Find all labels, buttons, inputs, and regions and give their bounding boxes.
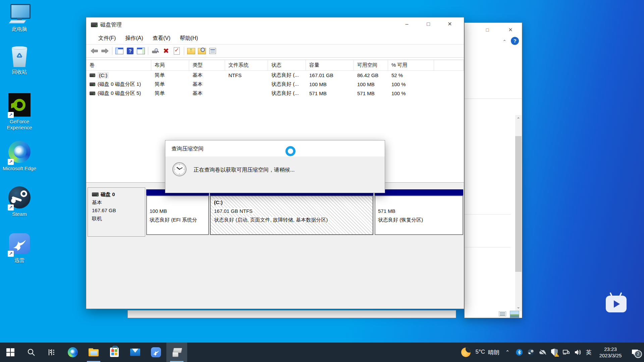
- console-list-icon[interactable]: [136, 46, 146, 56]
- explorer-close-button[interactable]: ✕: [506, 26, 515, 34]
- steam-tray-icon[interactable]: [527, 349, 535, 356]
- ribbon-collapse-chevron-icon[interactable]: ⌃: [501, 39, 508, 45]
- column-header-volume[interactable]: 卷: [86, 60, 151, 70]
- minimize-button[interactable]: –: [396, 17, 418, 31]
- taskbar-store-icon[interactable]: [104, 343, 125, 362]
- menu-help[interactable]: 帮助(H): [175, 34, 203, 43]
- volume-speaker-icon[interactable]: [574, 349, 582, 356]
- scroll-up-icon[interactable]: ⌃: [515, 115, 522, 124]
- security-shield-icon[interactable]: !: [551, 349, 558, 356]
- bluetooth-icon[interactable]: [516, 349, 523, 356]
- help-toolbar-icon[interactable]: ?: [125, 46, 136, 56]
- scroll-down-icon[interactable]: ⌄: [515, 303, 522, 311]
- menu-action[interactable]: 操作(A): [120, 34, 148, 43]
- partition-name: (C:): [213, 199, 223, 205]
- folder-up-icon[interactable]: ↑: [186, 46, 197, 56]
- volume-row-partition1[interactable]: (磁盘 0 磁盘分区 1) 简单 基本 状态良好 (... 100 MB 100…: [86, 80, 464, 89]
- back-icon[interactable]: [89, 46, 100, 56]
- column-header-type[interactable]: 类型: [189, 60, 225, 70]
- xunlei-bird-icon: ↗: [8, 233, 31, 256]
- volume-row-c[interactable]: (C:) 简单 基本 NTFS 状态良好 (... 167.01 GB 86.4…: [86, 71, 464, 80]
- volume-icon: [90, 92, 95, 95]
- geforce-experience-icon: ↗: [8, 93, 31, 117]
- menu-bar: 文件(F) 操作(A) 查看(V) 帮助(H): [86, 32, 464, 45]
- explorer-help-icon[interactable]: ?: [511, 37, 519, 45]
- column-header-free-space[interactable]: 可用空间: [354, 60, 388, 70]
- forward-icon[interactable]: [100, 46, 110, 56]
- taskbar: 5°C 晴朗 ⌃ !: [0, 343, 644, 362]
- onedrive-paused-icon[interactable]: [539, 349, 546, 356]
- taskbar-file-explorer-icon[interactable]: [83, 343, 104, 362]
- desktop-icon-label: 回收站: [0, 69, 39, 75]
- thumbnail-view-icon[interactable]: [510, 311, 519, 318]
- partition-c[interactable]: (C:) 167.01 GB NTFS 状态良好 (启动, 页面文件, 故障转储…: [210, 187, 373, 237]
- change-drive-letter-icon[interactable]: [150, 46, 161, 56]
- column-header-status[interactable]: 状态: [268, 60, 306, 70]
- column-header-layout[interactable]: 布局: [151, 60, 189, 70]
- desktop-icon-steam[interactable]: ↗ Steam: [0, 186, 39, 217]
- toolbar: ? ✖ ✓ ↑: [86, 45, 464, 58]
- delete-volume-icon[interactable]: ✖: [161, 46, 171, 56]
- tray-chevron-up-icon[interactable]: ⌃: [504, 349, 511, 356]
- weather-temp: 5°C: [475, 349, 485, 356]
- partition-status: 状态良好 (EFI 系统分: [150, 216, 206, 224]
- taskbar-xunlei-icon[interactable]: [146, 343, 166, 362]
- desktop-icon-microsoft-edge[interactable]: ↗ Microsoft Edge: [0, 141, 39, 172]
- partition-size: 571 MB: [378, 207, 460, 216]
- notification-center-icon[interactable]: 2: [629, 347, 641, 358]
- maximize-button[interactable]: □: [418, 17, 439, 31]
- weather-text[interactable]: 5°C 晴朗: [475, 349, 499, 356]
- dialog-title-bar[interactable]: 查询压缩空间: [165, 140, 385, 157]
- partition-size: 167.01 GB NTFS: [213, 208, 253, 214]
- desktop-icon-xunlei[interactable]: ↗ 迅雷: [0, 233, 39, 263]
- folder-search-icon[interactable]: [197, 46, 207, 56]
- explorer-scrollbar[interactable]: ⌃ ⌄: [515, 115, 522, 311]
- column-header-extra: [434, 60, 464, 70]
- check-volume-icon[interactable]: ✓: [171, 46, 182, 56]
- scrollbar-thumb[interactable]: [515, 136, 522, 272]
- title-bar[interactable]: 磁盘管理 – □ ✕: [86, 17, 464, 32]
- properties-icon[interactable]: [207, 46, 218, 56]
- close-button[interactable]: ✕: [439, 17, 461, 31]
- details-view-icon[interactable]: [499, 311, 506, 316]
- recycle-bin-icon: [8, 46, 31, 68]
- taskbar-mail-icon[interactable]: [125, 343, 146, 362]
- network-icon[interactable]: [562, 349, 570, 356]
- column-header-capacity[interactable]: 容量: [306, 60, 354, 70]
- partition-efi[interactable]: 100 MB 状态良好 (EFI 系统分: [146, 187, 209, 237]
- partition-size: 100 MB: [150, 207, 206, 216]
- explorer-maximize-button[interactable]: □: [483, 26, 492, 34]
- taskbar-edge-icon[interactable]: [62, 343, 83, 362]
- volume-icon: [90, 82, 95, 86]
- shortcut-arrow-icon: ↗: [8, 159, 14, 165]
- shortcut-arrow-icon: ↗: [8, 251, 14, 257]
- start-button[interactable]: [0, 343, 21, 362]
- dialog-title: 查询压缩空间: [171, 145, 204, 153]
- desktop-icon-geforce-experience[interactable]: ↗ GeForce Experience: [0, 93, 39, 131]
- menu-file[interactable]: 文件(F): [94, 34, 120, 43]
- dialog-message: 正在查询卷以获取可用压缩空间，请稍候...: [194, 167, 294, 174]
- partition-recovery[interactable]: 571 MB 状态良好 (恢复分区): [375, 187, 463, 237]
- search-button[interactable]: [21, 343, 42, 362]
- volume-row-partition5[interactable]: (磁盘 0 磁盘分区 5) 简单 基本 状态良好 (... 571 MB 571…: [86, 89, 464, 98]
- system-tray: 5°C 晴朗 ⌃ !: [461, 346, 644, 359]
- volume-list-header: 卷 布局 类型 文件系统 状态 容量 可用空间 % 可用: [86, 60, 464, 71]
- menu-view[interactable]: 查看(V): [148, 34, 175, 43]
- explorer-window: □ ✕ ⌃ ? ⌃ ⌄: [464, 22, 522, 318]
- graphical-view: 磁盘 0 基本 167.67 GB 联机 100 MB 状态良好 (EFI 系统…: [86, 183, 464, 309]
- console-tree-icon[interactable]: [114, 46, 125, 56]
- disk0-panel[interactable]: 磁盘 0 基本 167.67 GB 联机: [88, 187, 145, 237]
- desktop-icon-recycle-bin[interactable]: 回收站: [0, 46, 39, 75]
- clock-icon: [172, 162, 187, 177]
- input-language-indicator[interactable]: 英: [586, 349, 592, 356]
- partition-status: 状态良好 (恢复分区): [378, 216, 460, 224]
- column-header-filesystem[interactable]: 文件系统: [225, 60, 268, 70]
- window-title: 磁盘管理: [100, 21, 122, 28]
- task-view-button[interactable]: [42, 343, 62, 362]
- column-header-percent-free[interactable]: % 可用: [388, 60, 434, 70]
- taskbar-disk-management-icon[interactable]: [166, 343, 187, 362]
- desktop-icon-this-pc[interactable]: 此电脑: [0, 3, 39, 32]
- tv-play-icon[interactable]: [606, 292, 628, 314]
- taskbar-clock[interactable]: 23:23 2023/3/25: [596, 346, 625, 359]
- desktop-icon-label: Microsoft Edge: [0, 166, 39, 172]
